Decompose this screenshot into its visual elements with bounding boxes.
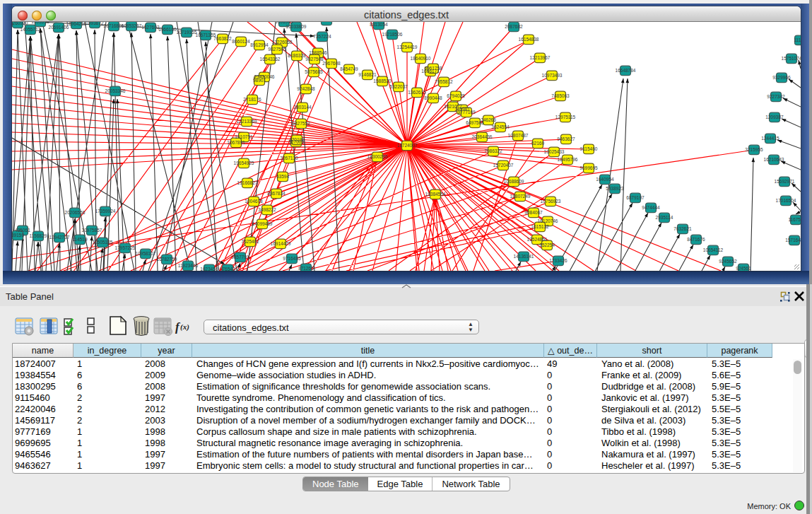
svg-text:9716485: 9716485 xyxy=(283,256,301,261)
svg-text:12975115: 12975115 xyxy=(555,115,576,119)
svg-text:18724007: 18724007 xyxy=(397,143,418,148)
svg-text:(x): (x) xyxy=(180,322,189,332)
svg-text:8427552: 8427552 xyxy=(292,121,310,126)
svg-text:14055712: 14055712 xyxy=(20,27,41,32)
svg-text:19166827: 19166827 xyxy=(237,180,258,185)
svg-text:10807487: 10807487 xyxy=(508,133,529,138)
svg-text:15720407: 15720407 xyxy=(493,163,514,168)
svg-text:13254419: 13254419 xyxy=(397,45,418,49)
svg-text:1156829: 1156829 xyxy=(30,233,47,238)
svg-text:420198: 420198 xyxy=(289,137,305,142)
svg-text:9827505: 9827505 xyxy=(268,47,286,52)
svg-text:6794028: 6794028 xyxy=(447,93,465,98)
svg-text:1615132: 1615132 xyxy=(531,224,549,229)
svg-text:9827508: 9827508 xyxy=(305,57,324,62)
svg-text:3498222: 3498222 xyxy=(258,207,276,212)
svg-text:8912954: 8912954 xyxy=(250,42,269,47)
svg-text:18495796: 18495796 xyxy=(558,157,578,162)
svg-text:8454749: 8454749 xyxy=(340,66,358,71)
svg-text:17359924: 17359924 xyxy=(95,209,116,214)
svg-text:1067891: 1067891 xyxy=(227,140,245,145)
svg-text:98901: 98901 xyxy=(253,78,266,83)
svg-text:16648784: 16648784 xyxy=(616,68,636,73)
svg-text:12505135: 12505135 xyxy=(93,240,113,245)
svg-text:14099469: 14099469 xyxy=(252,221,273,226)
svg-text:9242848: 9242848 xyxy=(297,86,315,91)
svg-text:5938923: 5938923 xyxy=(606,186,624,191)
svg-text:14136141: 14136141 xyxy=(514,254,534,259)
svg-text:15692971: 15692971 xyxy=(775,179,795,184)
svg-text:11121: 11121 xyxy=(794,37,801,42)
svg-text:1527602: 1527602 xyxy=(141,25,160,30)
svg-text:10973493: 10973493 xyxy=(542,73,563,78)
svg-text:16782759: 16782759 xyxy=(157,257,177,262)
svg-text:2967608: 2967608 xyxy=(322,61,341,66)
svg-text:9329966: 9329966 xyxy=(772,75,791,80)
svg-text:1023456: 1023456 xyxy=(200,267,218,271)
svg-text:1640954: 1640954 xyxy=(596,177,614,182)
svg-text:8867834: 8867834 xyxy=(267,191,286,196)
svg-text:19384554: 19384554 xyxy=(425,192,446,197)
svg-text:39159: 39159 xyxy=(12,233,24,238)
svg-text:18640910: 18640910 xyxy=(411,56,431,61)
svg-text:1004678: 1004678 xyxy=(245,199,263,204)
svg-text:1588520: 1588520 xyxy=(373,78,392,83)
svg-text:1571644: 1571644 xyxy=(785,238,801,243)
svg-text:2087682: 2087682 xyxy=(505,24,523,29)
svg-text:17016504: 17016504 xyxy=(776,198,796,203)
svg-text:26260920: 26260920 xyxy=(12,22,28,25)
svg-text:12213967: 12213967 xyxy=(530,55,551,60)
svg-text:2935114: 2935114 xyxy=(656,215,673,220)
svg-text:9115460: 9115460 xyxy=(580,146,598,151)
svg-text:10688609: 10688609 xyxy=(504,179,524,184)
svg-text:924561: 924561 xyxy=(736,266,751,271)
svg-text:1733426: 1733426 xyxy=(549,258,567,263)
svg-text:9777169: 9777169 xyxy=(457,110,476,115)
svg-text:871265: 871265 xyxy=(298,266,314,271)
svg-text:53594: 53594 xyxy=(276,174,289,179)
svg-text:10025433: 10025433 xyxy=(544,149,565,154)
svg-text:6879197: 6879197 xyxy=(626,195,645,200)
svg-text:13226058: 13226058 xyxy=(272,40,293,45)
svg-text:7625402: 7625402 xyxy=(241,239,259,244)
svg-text:19654925: 19654925 xyxy=(234,160,254,165)
svg-text:17957225: 17957225 xyxy=(115,245,136,250)
svg-text:18300295: 18300295 xyxy=(367,154,388,159)
svg-text:8813054: 8813054 xyxy=(370,22,388,27)
svg-text:3267130: 3267130 xyxy=(280,156,298,160)
svg-text:2718176: 2718176 xyxy=(243,97,261,102)
svg-text:11923446: 11923446 xyxy=(178,263,199,268)
svg-text:16210643: 16210643 xyxy=(764,157,784,162)
svg-text:7663822: 7663822 xyxy=(213,36,232,41)
svg-text:8186328: 8186328 xyxy=(288,53,306,58)
svg-text:12213369: 12213369 xyxy=(237,119,257,124)
svg-text:9227342: 9227342 xyxy=(767,94,785,99)
svg-text:1362615: 1362615 xyxy=(408,90,426,95)
svg-text:1910751: 1910751 xyxy=(235,134,253,139)
svg-text:12942737: 12942737 xyxy=(49,235,70,240)
svg-text:9084067: 9084067 xyxy=(524,210,543,215)
svg-text:10958107: 10958107 xyxy=(136,251,156,256)
svg-text:16543362: 16543362 xyxy=(260,57,281,62)
svg-text:9245652: 9245652 xyxy=(719,259,737,264)
svg-text:7632621: 7632621 xyxy=(673,226,692,231)
svg-text:976543: 976543 xyxy=(220,267,235,271)
svg-text:9857791: 9857791 xyxy=(231,255,249,259)
svg-text:114519: 114519 xyxy=(72,237,88,242)
svg-text:1209387: 1209387 xyxy=(765,115,784,119)
svg-text:16154838: 16154838 xyxy=(519,37,539,42)
svg-text:8660124: 8660124 xyxy=(232,39,250,44)
svg-text:16120746: 16120746 xyxy=(538,218,558,223)
svg-text:435061: 435061 xyxy=(15,228,30,233)
svg-text:9146821: 9146821 xyxy=(358,72,377,77)
svg-text:5875685: 5875685 xyxy=(305,69,323,74)
svg-text:6961758: 6961758 xyxy=(424,66,442,71)
svg-text:18807249: 18807249 xyxy=(510,194,531,199)
svg-text:116753: 116753 xyxy=(788,217,801,222)
svg-text:62160: 62160 xyxy=(531,141,544,146)
svg-text:16964216: 16964216 xyxy=(66,22,87,26)
svg-text:3624554: 3624554 xyxy=(491,124,510,129)
svg-text:252254: 252254 xyxy=(539,243,555,247)
svg-text:2803144: 2803144 xyxy=(293,105,312,110)
svg-text:1244415: 1244415 xyxy=(761,136,779,141)
